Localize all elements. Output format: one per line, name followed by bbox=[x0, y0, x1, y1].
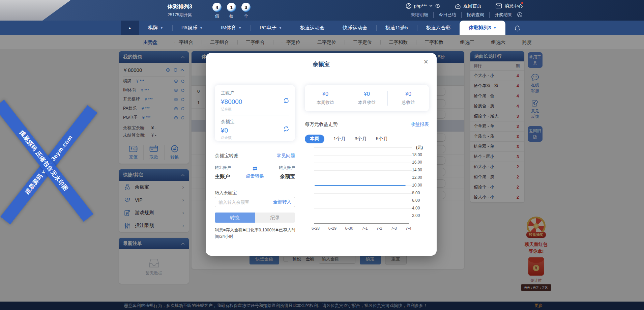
earnings-card: ¥0 本周收益 ¥0 本月收益 ¥0 总收益 bbox=[305, 85, 429, 111]
transfer-out-value: 主账户 bbox=[215, 173, 231, 180]
nav-collapse-button[interactable]: ▲ bbox=[121, 21, 139, 35]
divider bbox=[300, 101, 300, 131]
nav-item[interactable]: IM体育 ▼ bbox=[212, 21, 251, 35]
nav-item[interactable]: 极速运动会 bbox=[291, 21, 334, 35]
earnings-report-link[interactable]: 收益报表 bbox=[411, 121, 429, 128]
transfer-amount-input[interactable] bbox=[218, 200, 273, 205]
nav-item-label: 体彩排列3 bbox=[469, 25, 491, 31]
nav-item-label: 极速11选5 bbox=[385, 25, 408, 31]
nav-item[interactable]: 极速六合彩 bbox=[417, 21, 460, 35]
earnings-amount: ¥0 bbox=[305, 91, 346, 97]
header-quick-link[interactable]: 未结明细 bbox=[411, 12, 428, 18]
header-quick-link[interactable]: 报表查询 bbox=[461, 12, 484, 18]
home-icon bbox=[455, 3, 461, 9]
primary-account-sub: 总余额 bbox=[221, 107, 289, 112]
trend-tab[interactable]: 1个月 bbox=[333, 136, 346, 142]
earnings-label: 本月收益 bbox=[346, 100, 387, 106]
swap-hint: 点击转换 bbox=[246, 173, 264, 179]
home-link[interactable]: 返回首页 bbox=[455, 3, 481, 9]
game-title: 体彩排列3 bbox=[168, 3, 192, 10]
earnings-chart: (元)18.0016.0014.0012.0010.008.006.004.00… bbox=[305, 147, 429, 232]
home-link-label[interactable]: 返回首页 bbox=[463, 3, 481, 9]
unread-badge bbox=[521, 2, 523, 4]
accounts-card: 主账户 ¥80000 总余额 余额宝 ¥0 总余额 bbox=[215, 85, 295, 141]
ball-position-label: 拾 bbox=[227, 13, 236, 19]
nav-item[interactable]: PG电子 ▼ bbox=[251, 21, 291, 35]
transfer-in-value: 余额宝 bbox=[280, 173, 295, 180]
nav-item-label: 极速运动会 bbox=[300, 25, 325, 31]
ball-position-label: 佰 bbox=[212, 13, 222, 19]
chart-y-axis: (元)18.0016.0014.0012.0010.008.006.004.00… bbox=[412, 147, 429, 224]
chevron-down-icon bbox=[429, 5, 433, 7]
earnings-amount: ¥0 bbox=[346, 91, 387, 97]
mail-icon bbox=[496, 3, 502, 8]
transfer-out-label: 转出账户 bbox=[215, 165, 231, 171]
transfer-section-title: 余额宝转账 bbox=[215, 153, 238, 159]
earnings-amount: ¥0 bbox=[388, 91, 429, 97]
nav-item[interactable]: 体彩排列3 ▼ bbox=[460, 21, 505, 35]
username[interactable]: php*** bbox=[414, 3, 427, 8]
nav-item[interactable]: PA娱乐 ▼ bbox=[172, 21, 212, 35]
refresh-icon[interactable] bbox=[283, 97, 290, 104]
faq-link[interactable]: 常见问题 bbox=[277, 153, 295, 159]
transfer-accounts-row: 转出账户 主账户 ⇄ 点击转换 转入账户 余额宝 bbox=[215, 165, 295, 180]
draw-result-balls: 4 佰 1 拾 3 个 bbox=[212, 3, 251, 19]
nav-item[interactable]: 极速11选5 bbox=[376, 21, 417, 35]
nav-item-label: PG电子 bbox=[260, 25, 276, 31]
transfer-input-label: 转入余额宝 bbox=[215, 190, 237, 196]
close-icon[interactable]: × bbox=[424, 58, 428, 66]
draw-info: 25175期开奖 bbox=[168, 12, 192, 18]
messages-link[interactable]: 消息中心 bbox=[496, 3, 523, 9]
site-logo bbox=[0, 0, 71, 21]
chart-plot bbox=[314, 147, 409, 224]
transfer-all-link[interactable]: 全部转入 bbox=[273, 199, 291, 205]
trend-tab[interactable]: 3个月 bbox=[355, 136, 367, 142]
interest-note: 利息=存入金额✖日化率0.1000%✖已存入时间/24小时 bbox=[215, 227, 297, 240]
user-menu[interactable]: php*** bbox=[406, 3, 441, 9]
nav-item-label: 极速六合彩 bbox=[426, 25, 451, 31]
swap-accounts-button[interactable]: ⇄ 点击转换 bbox=[246, 165, 264, 180]
ball-position-label: 个 bbox=[241, 13, 251, 19]
ball-number: 4 bbox=[212, 3, 222, 12]
nav-item[interactable]: 棋牌 ▼ bbox=[139, 21, 172, 35]
trend-title: 每万元收益走势 bbox=[305, 121, 338, 128]
yuebao-account-sub: 总余额 bbox=[221, 136, 289, 140]
chart-x-axis: 6-286-296-307-17-27-37-4 bbox=[312, 226, 411, 231]
yuebao-account-amount: ¥0 bbox=[221, 127, 289, 134]
header-quick-link[interactable]: 今日已结 bbox=[433, 12, 456, 18]
trend-tab[interactable]: 本周 bbox=[305, 135, 324, 143]
top-header: 体彩排列3 25175期开奖 4 佰 1 拾 3 个 php*** bbox=[0, 0, 644, 21]
yuebao-account-label: 余额宝 bbox=[221, 119, 289, 125]
bell-icon[interactable] bbox=[514, 21, 521, 35]
primary-account-label: 主账户 bbox=[221, 90, 289, 96]
records-button[interactable]: 纪录 bbox=[255, 213, 295, 223]
trend-tab[interactable]: 6个月 bbox=[376, 136, 388, 142]
primary-account-amount: ¥80000 bbox=[221, 98, 289, 106]
main-nav: ▲ 棋牌 ▼ PA娱乐 ▼ IM体育 ▼ PG电子 ▼ 极速运动会 bbox=[0, 21, 644, 35]
earnings-stat: ¥0 本周收益 bbox=[305, 91, 346, 106]
lottery-ball: 3 个 bbox=[241, 3, 251, 19]
trend-period-tabs: 本周 1个月 3个月 6个月 bbox=[305, 134, 388, 144]
yuebao-modal: 余额宝 × 主账户 ¥80000 总余额 余额宝 ¥0 总余额 余额宝转账 常见… bbox=[206, 53, 437, 256]
nav-item-label: PA娱乐 bbox=[181, 25, 197, 31]
header-quick-link[interactable]: 开奖结果 bbox=[489, 12, 512, 18]
avatar-icon bbox=[406, 3, 412, 9]
caret-down-icon: ▼ bbox=[493, 26, 496, 30]
modal-title: 余额宝 bbox=[206, 60, 437, 68]
ball-number: 3 bbox=[241, 3, 251, 12]
transfer-input-box: 全部转入 bbox=[215, 197, 295, 207]
game-info: 体彩排列3 25175期开奖 bbox=[168, 3, 192, 18]
earnings-stat: ¥0 本月收益 bbox=[346, 91, 387, 106]
earnings-label: 本周收益 bbox=[305, 100, 346, 106]
messages-link-label[interactable]: 消息中心 bbox=[504, 3, 523, 9]
nav-item-label: IM体育 bbox=[221, 25, 236, 31]
lottery-ball: 4 佰 bbox=[212, 3, 222, 19]
eye-icon[interactable] bbox=[435, 4, 441, 8]
nav-item[interactable]: 快乐运动会 bbox=[334, 21, 377, 35]
convert-button[interactable]: 转换 bbox=[215, 213, 255, 223]
caret-down-icon: ▼ bbox=[238, 26, 241, 30]
nav-item-label: 快乐运动会 bbox=[343, 25, 368, 31]
lottery-wheel-icon[interactable] bbox=[517, 12, 523, 18]
refresh-icon[interactable] bbox=[283, 125, 290, 132]
swap-arrows-icon: ⇄ bbox=[253, 165, 257, 172]
